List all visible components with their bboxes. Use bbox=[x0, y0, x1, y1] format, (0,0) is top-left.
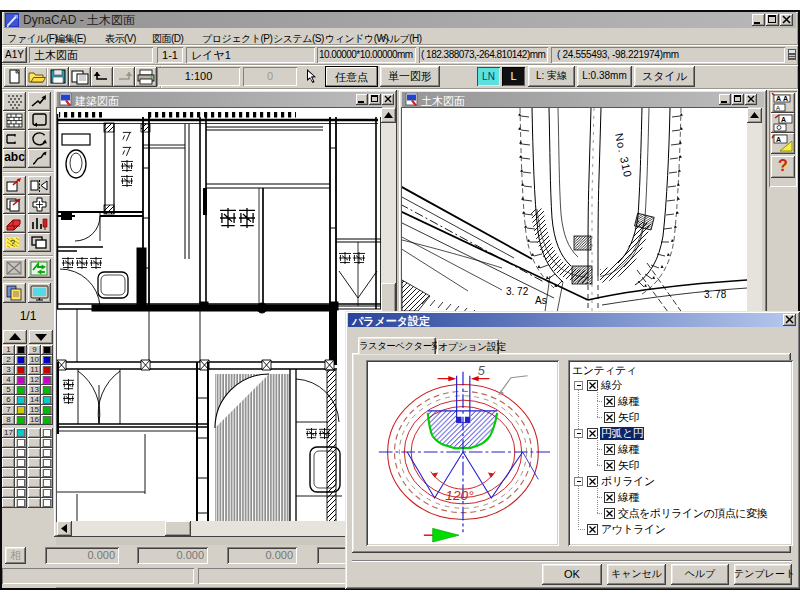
svg-text:3. 72: 3. 72 bbox=[506, 286, 529, 297]
svg-text:A: A bbox=[783, 95, 788, 102]
svg-text:No. 310: No. 310 bbox=[613, 132, 634, 179]
svg-text:As: As bbox=[535, 295, 547, 306]
svg-text:?: ? bbox=[10, 238, 15, 248]
svg-text:A: A bbox=[776, 95, 781, 102]
svg-text:A: A bbox=[776, 136, 781, 143]
svg-text:120°: 120° bbox=[445, 488, 474, 503]
svg-text:5: 5 bbox=[478, 363, 486, 378]
svg-text:A: A bbox=[781, 116, 786, 123]
svg-text:3. 78: 3. 78 bbox=[704, 289, 727, 300]
svg-text:A: A bbox=[776, 105, 780, 111]
